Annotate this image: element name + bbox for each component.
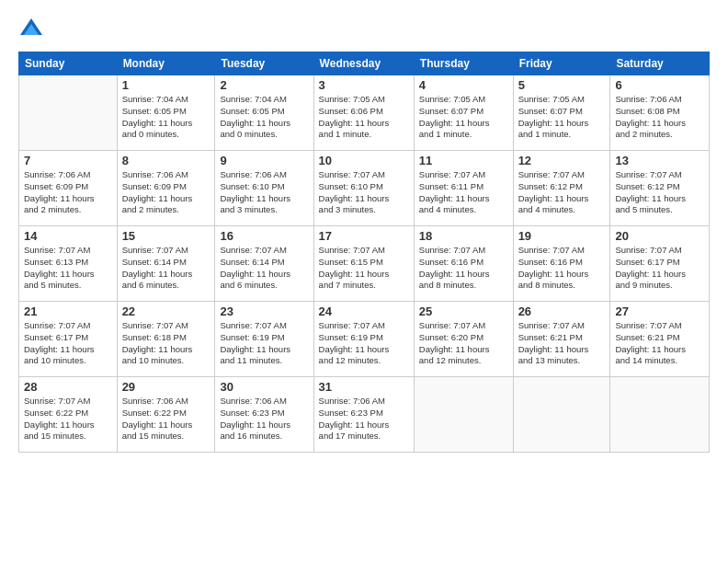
day-info: Sunrise: 7:07 AM Sunset: 6:17 PM Dayligh… [24,320,112,367]
day-number: 31 [319,380,409,394]
day-number: 21 [24,304,112,318]
day-number: 1 [122,78,210,92]
day-cell: 13Sunrise: 7:07 AM Sunset: 6:12 PM Dayli… [610,151,710,226]
day-number: 17 [319,229,409,243]
day-number: 6 [615,78,704,92]
day-info: Sunrise: 7:07 AM Sunset: 6:22 PM Dayligh… [24,396,112,442]
day-cell [610,377,710,453]
calendar-body: 1Sunrise: 7:04 AM Sunset: 6:05 PM Daylig… [19,75,710,453]
day-info: Sunrise: 7:04 AM Sunset: 6:05 PM Dayligh… [220,94,308,141]
header-day-tuesday: Tuesday [215,52,313,75]
day-number: 16 [220,229,308,243]
day-info: Sunrise: 7:07 AM Sunset: 6:18 PM Dayligh… [122,320,210,367]
day-cell [19,75,118,151]
day-number: 4 [419,78,508,92]
day-info: Sunrise: 7:05 AM Sunset: 6:07 PM Dayligh… [518,94,606,141]
day-info: Sunrise: 7:06 AM Sunset: 6:10 PM Dayligh… [220,169,308,216]
day-number: 10 [319,154,409,167]
day-cell: 9Sunrise: 7:06 AM Sunset: 6:10 PM Daylig… [215,151,313,226]
day-number: 14 [24,229,112,243]
day-number: 19 [518,229,606,243]
week-row-3: 21Sunrise: 7:07 AM Sunset: 6:17 PM Dayli… [19,302,710,377]
day-cell: 30Sunrise: 7:06 AM Sunset: 6:23 PM Dayli… [215,377,313,453]
day-info: Sunrise: 7:07 AM Sunset: 6:21 PM Dayligh… [615,320,704,367]
day-info: Sunrise: 7:06 AM Sunset: 6:08 PM Dayligh… [615,94,704,141]
day-cell [513,377,610,453]
day-cell [414,377,513,453]
day-info: Sunrise: 7:07 AM Sunset: 6:13 PM Dayligh… [24,245,112,292]
day-cell: 20Sunrise: 7:07 AM Sunset: 6:17 PM Dayli… [610,226,710,302]
day-number: 9 [220,154,308,167]
page: SundayMondayTuesdayWednesdayThursdayFrid… [0,0,728,462]
day-number: 20 [615,229,704,243]
day-cell: 19Sunrise: 7:07 AM Sunset: 6:16 PM Dayli… [513,226,610,302]
day-info: Sunrise: 7:06 AM Sunset: 6:09 PM Dayligh… [122,169,210,216]
day-info: Sunrise: 7:06 AM Sunset: 6:23 PM Dayligh… [319,396,409,442]
calendar-header: SundayMondayTuesdayWednesdayThursdayFrid… [19,52,710,75]
day-info: Sunrise: 7:07 AM Sunset: 6:12 PM Dayligh… [518,169,606,216]
calendar-table: SundayMondayTuesdayWednesdayThursdayFrid… [18,52,710,453]
day-cell: 7Sunrise: 7:06 AM Sunset: 6:09 PM Daylig… [19,151,118,226]
day-cell: 18Sunrise: 7:07 AM Sunset: 6:16 PM Dayli… [414,226,513,302]
day-info: Sunrise: 7:07 AM Sunset: 6:19 PM Dayligh… [220,320,308,367]
logo-icon [18,17,44,42]
day-number: 29 [122,380,210,394]
day-info: Sunrise: 7:06 AM Sunset: 6:22 PM Dayligh… [122,396,210,442]
day-cell: 17Sunrise: 7:07 AM Sunset: 6:15 PM Dayli… [313,226,414,302]
day-info: Sunrise: 7:05 AM Sunset: 6:06 PM Dayligh… [319,94,409,141]
day-info: Sunrise: 7:07 AM Sunset: 6:16 PM Dayligh… [518,245,606,292]
day-info: Sunrise: 7:07 AM Sunset: 6:20 PM Dayligh… [419,320,508,367]
day-number: 24 [319,304,409,318]
day-cell: 11Sunrise: 7:07 AM Sunset: 6:11 PM Dayli… [414,151,513,226]
day-number: 28 [24,380,112,394]
day-number: 27 [615,304,704,318]
day-number: 3 [319,78,409,92]
day-cell: 24Sunrise: 7:07 AM Sunset: 6:19 PM Dayli… [313,302,414,377]
day-number: 12 [518,154,606,167]
day-info: Sunrise: 7:05 AM Sunset: 6:07 PM Dayligh… [419,94,508,141]
week-row-4: 28Sunrise: 7:07 AM Sunset: 6:22 PM Dayli… [19,377,710,453]
logo [18,17,48,42]
header-row: SundayMondayTuesdayWednesdayThursdayFrid… [19,52,710,75]
header-day-saturday: Saturday [610,52,710,75]
day-cell: 10Sunrise: 7:07 AM Sunset: 6:10 PM Dayli… [313,151,414,226]
day-info: Sunrise: 7:07 AM Sunset: 6:12 PM Dayligh… [615,169,704,216]
day-number: 8 [122,154,210,167]
day-number: 18 [419,229,508,243]
day-cell: 25Sunrise: 7:07 AM Sunset: 6:20 PM Dayli… [414,302,513,377]
header [18,17,710,42]
day-info: Sunrise: 7:04 AM Sunset: 6:05 PM Dayligh… [122,94,210,141]
day-cell: 4Sunrise: 7:05 AM Sunset: 6:07 PM Daylig… [414,75,513,151]
day-info: Sunrise: 7:07 AM Sunset: 6:14 PM Dayligh… [220,245,308,292]
header-day-wednesday: Wednesday [313,52,414,75]
day-cell: 6Sunrise: 7:06 AM Sunset: 6:08 PM Daylig… [610,75,710,151]
day-info: Sunrise: 7:07 AM Sunset: 6:15 PM Dayligh… [319,245,409,292]
day-info: Sunrise: 7:07 AM Sunset: 6:21 PM Dayligh… [518,320,606,367]
day-info: Sunrise: 7:07 AM Sunset: 6:19 PM Dayligh… [319,320,409,367]
day-cell: 23Sunrise: 7:07 AM Sunset: 6:19 PM Dayli… [215,302,313,377]
day-number: 2 [220,78,308,92]
day-number: 13 [615,154,704,167]
header-day-monday: Monday [117,52,215,75]
day-info: Sunrise: 7:07 AM Sunset: 6:10 PM Dayligh… [319,169,409,216]
day-cell: 27Sunrise: 7:07 AM Sunset: 6:21 PM Dayli… [610,302,710,377]
header-day-friday: Friday [513,52,610,75]
day-cell: 21Sunrise: 7:07 AM Sunset: 6:17 PM Dayli… [19,302,118,377]
week-row-2: 14Sunrise: 7:07 AM Sunset: 6:13 PM Dayli… [19,226,710,302]
day-number: 26 [518,304,606,318]
day-number: 7 [24,154,112,167]
day-cell: 16Sunrise: 7:07 AM Sunset: 6:14 PM Dayli… [215,226,313,302]
header-day-thursday: Thursday [414,52,513,75]
day-cell: 15Sunrise: 7:07 AM Sunset: 6:14 PM Dayli… [117,226,215,302]
day-cell: 12Sunrise: 7:07 AM Sunset: 6:12 PM Dayli… [513,151,610,226]
day-number: 30 [220,380,308,394]
day-cell: 28Sunrise: 7:07 AM Sunset: 6:22 PM Dayli… [19,377,118,453]
day-number: 11 [419,154,508,167]
day-info: Sunrise: 7:07 AM Sunset: 6:17 PM Dayligh… [615,245,704,292]
day-info: Sunrise: 7:06 AM Sunset: 6:23 PM Dayligh… [220,396,308,442]
day-cell: 1Sunrise: 7:04 AM Sunset: 6:05 PM Daylig… [117,75,215,151]
day-cell: 31Sunrise: 7:06 AM Sunset: 6:23 PM Dayli… [313,377,414,453]
day-cell: 26Sunrise: 7:07 AM Sunset: 6:21 PM Dayli… [513,302,610,377]
day-info: Sunrise: 7:06 AM Sunset: 6:09 PM Dayligh… [24,169,112,216]
day-cell: 29Sunrise: 7:06 AM Sunset: 6:22 PM Dayli… [117,377,215,453]
